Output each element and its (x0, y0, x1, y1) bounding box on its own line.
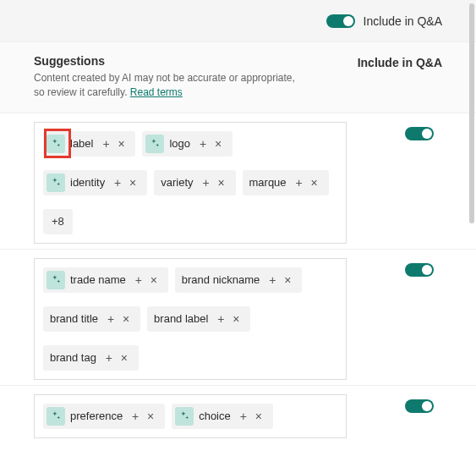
close-icon[interactable]: × (280, 273, 295, 287)
suggestion-chip[interactable]: variety+× (154, 170, 235, 195)
include-toggle-row[interactable] (405, 399, 434, 413)
suggestion-group: label+×logo+×identity+×variety+×marque+×… (0, 113, 476, 249)
suggestion-chip[interactable]: brand nickname+× (175, 267, 303, 293)
read-terms-link[interactable]: Read terms (130, 86, 183, 98)
chip-label: brand nickname (182, 273, 260, 286)
chip-container: label+×logo+×identity+×variety+×marque+×… (34, 122, 347, 244)
include-column-header: Include in Q&A (358, 54, 442, 69)
suggestion-chip[interactable]: logo+× (142, 131, 233, 157)
sparkle-icon (47, 407, 65, 426)
suggestions-header: Suggestions Content created by AI may no… (0, 42, 476, 113)
close-icon[interactable]: × (125, 176, 140, 190)
chip-label: preference (70, 410, 123, 422)
suggestion-chip[interactable]: trade name+× (43, 267, 168, 293)
chip-label: label (70, 137, 93, 150)
add-icon[interactable]: + (101, 351, 117, 365)
chip-label: variety (161, 176, 193, 189)
add-icon[interactable]: + (110, 176, 125, 190)
close-icon[interactable]: × (214, 176, 229, 190)
close-icon[interactable]: × (146, 273, 161, 287)
scrollbar[interactable] (469, 3, 474, 223)
suggestion-chip[interactable]: brand tag+× (43, 345, 139, 371)
suggestion-chip[interactable]: brand label+× (147, 306, 250, 332)
chip-label: brand label (154, 312, 208, 325)
close-icon[interactable]: × (118, 312, 134, 326)
add-icon[interactable]: + (213, 312, 228, 326)
close-icon[interactable]: × (211, 137, 226, 151)
add-icon[interactable]: + (98, 137, 113, 151)
suggestion-chip[interactable]: choice+× (172, 404, 273, 429)
overflow-chip[interactable]: +8 (43, 209, 73, 234)
close-icon[interactable]: × (143, 410, 158, 423)
sparkle-icon (47, 271, 65, 289)
add-icon[interactable]: + (128, 410, 143, 423)
topbar: Include in Q&A (0, 0, 476, 42)
chip-label: choice (199, 410, 231, 422)
add-icon[interactable]: + (103, 312, 118, 326)
suggestion-chip[interactable]: marque+× (243, 170, 329, 195)
include-toggle-row[interactable] (405, 127, 434, 140)
sparkle-icon (47, 135, 65, 153)
chip-container: trade name+×brand nickname+×brand title+… (34, 258, 347, 380)
suggestions-subtitle: Content created by AI may not be accurat… (34, 71, 304, 101)
chip-container: preference+×choice+× (34, 394, 347, 438)
suggestion-chip[interactable]: preference+× (43, 404, 165, 429)
close-icon[interactable]: × (228, 312, 243, 326)
add-icon[interactable]: + (236, 410, 251, 423)
chip-label: trade name (70, 273, 126, 286)
close-icon[interactable]: × (307, 176, 322, 190)
chip-label: brand title (50, 312, 98, 325)
chip-label: brand tag (50, 351, 96, 364)
include-toggle-global-label: Include in Q&A (364, 14, 442, 28)
sparkle-icon (175, 407, 194, 426)
add-icon[interactable]: + (199, 176, 214, 190)
add-icon[interactable]: + (195, 137, 211, 151)
add-icon[interactable]: + (131, 273, 146, 287)
close-icon[interactable]: × (113, 137, 129, 151)
chip-label: marque (249, 176, 287, 189)
close-icon[interactable]: × (117, 351, 132, 365)
sparkle-icon (145, 135, 164, 153)
suggestion-group: trade name+×brand nickname+×brand title+… (0, 249, 476, 385)
suggestion-chip[interactable]: identity+× (43, 170, 147, 195)
suggestion-chip[interactable]: brand title+× (43, 306, 140, 332)
include-toggle-global[interactable] (326, 14, 355, 28)
close-icon[interactable]: × (251, 410, 266, 423)
chip-label: identity (70, 176, 105, 189)
add-icon[interactable]: + (265, 273, 280, 287)
chip-label: logo (169, 137, 190, 150)
sparkle-icon (47, 173, 65, 192)
suggestions-title: Suggestions (34, 54, 304, 68)
include-toggle-row[interactable] (405, 263, 434, 277)
add-icon[interactable]: + (292, 176, 307, 190)
suggestion-group: preference+×choice+× (0, 385, 476, 443)
suggestion-chip[interactable]: label+× (43, 131, 135, 157)
